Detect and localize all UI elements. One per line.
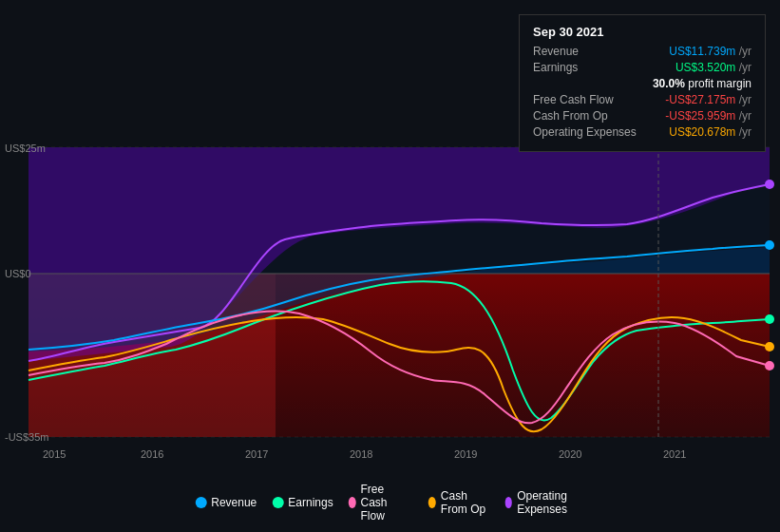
tooltip-row-fcf: Free Cash Flow -US$27.175m /yr bbox=[533, 93, 751, 106]
tooltip-value-opex: US$20.678m /yr bbox=[669, 125, 751, 139]
svg-text:2015: 2015 bbox=[43, 448, 66, 460]
legend-item-fcf[interactable]: Free Cash Flow bbox=[349, 483, 413, 522]
tooltip-value-margin: 30.0% profit margin bbox=[653, 77, 751, 90]
svg-text:2021: 2021 bbox=[663, 448, 686, 460]
tooltip-label-earnings: Earnings bbox=[533, 61, 578, 74]
tooltip-label-cashfromop: Cash From Op bbox=[533, 109, 608, 123]
tooltip-row-cashfromop: Cash From Op -US$25.959m /yr bbox=[533, 109, 751, 123]
svg-text:2019: 2019 bbox=[454, 448, 477, 460]
legend-dot-fcf bbox=[349, 497, 356, 508]
legend-label-fcf: Free Cash Flow bbox=[361, 483, 413, 522]
svg-point-13 bbox=[765, 361, 774, 370]
tooltip-row-margin: 30.0% profit margin bbox=[533, 77, 751, 90]
legend-dot-earnings bbox=[272, 497, 283, 508]
svg-point-12 bbox=[765, 342, 774, 352]
tooltip-row-opex: Operating Expenses US$20.678m /yr bbox=[533, 125, 751, 139]
tooltip-label-fcf: Free Cash Flow bbox=[533, 93, 614, 106]
tooltip-date: Sep 30 2021 bbox=[533, 25, 751, 39]
legend-label-earnings: Earnings bbox=[288, 496, 333, 509]
svg-text:US$25m: US$25m bbox=[5, 142, 46, 154]
tooltip-value-fcf: -US$27.175m /yr bbox=[665, 93, 751, 106]
legend-label-opex: Operating Expenses bbox=[517, 489, 585, 516]
tooltip-value-earnings: US$3.520m /yr bbox=[675, 61, 751, 74]
legend-dot-opex bbox=[504, 497, 512, 508]
tooltip-label-revenue: Revenue bbox=[533, 45, 579, 58]
legend-item-cashfromop[interactable]: Cash From Op bbox=[428, 489, 489, 516]
svg-point-10 bbox=[765, 240, 774, 250]
svg-text:2020: 2020 bbox=[559, 448, 581, 460]
svg-text:2016: 2016 bbox=[141, 448, 163, 460]
legend-item-revenue[interactable]: Revenue bbox=[195, 496, 257, 509]
legend-item-opex[interactable]: Operating Expenses bbox=[504, 489, 584, 516]
legend-dot-revenue bbox=[195, 497, 206, 508]
legend-label-cashfromop: Cash From Op bbox=[441, 489, 489, 516]
legend-dot-cashfromop bbox=[428, 497, 436, 508]
legend-label-revenue: Revenue bbox=[211, 496, 257, 509]
svg-point-11 bbox=[765, 314, 774, 324]
svg-point-9 bbox=[765, 180, 774, 189]
tooltip-label-opex: Operating Expenses bbox=[533, 125, 637, 139]
tooltip-row-revenue: Revenue US$11.739m /yr bbox=[533, 45, 751, 58]
chart-tooltip: Sep 30 2021 Revenue US$11.739m /yr Earni… bbox=[519, 14, 766, 152]
legend-item-earnings[interactable]: Earnings bbox=[272, 496, 333, 509]
svg-text:-US$35m: -US$35m bbox=[5, 431, 48, 443]
tooltip-row-earnings: Earnings US$3.520m /yr bbox=[533, 61, 751, 74]
chart-legend: Revenue Earnings Free Cash Flow Cash Fro… bbox=[195, 483, 585, 522]
tooltip-value-revenue: US$11.739m /yr bbox=[669, 45, 751, 58]
svg-text:2017: 2017 bbox=[245, 448, 268, 460]
tooltip-value-cashfromop: -US$25.959m /yr bbox=[665, 109, 751, 123]
svg-text:2018: 2018 bbox=[350, 448, 372, 460]
svg-text:US$0: US$0 bbox=[5, 268, 31, 279]
